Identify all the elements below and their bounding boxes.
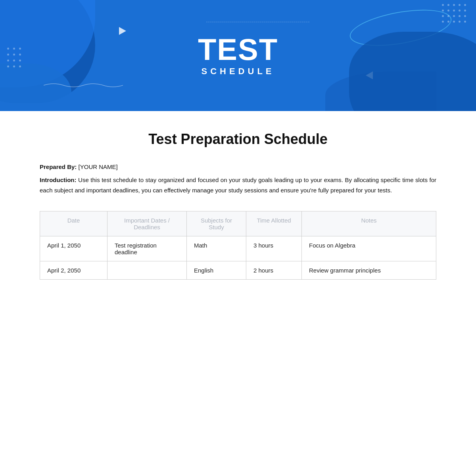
col-header-date: Date — [40, 211, 107, 236]
table-cell-row1-col0: April 2, 2050 — [40, 261, 107, 280]
table-cell-row1-col1 — [107, 261, 187, 280]
col-header-notes: Notes — [302, 211, 436, 236]
table-cell-row0-col0: April 1, 2050 — [40, 236, 107, 261]
triangle-decoration-left — [366, 71, 373, 79]
header-title-main: TEST — [198, 35, 278, 65]
table-cell-row1-col2: English — [187, 261, 246, 280]
table-body: April 1, 2050Test registration deadlineM… — [40, 236, 436, 280]
col-header-time: Time Allotted — [246, 211, 302, 236]
main-content: Test Preparation Schedule Prepared By: [… — [0, 111, 476, 303]
header-title-sub: SCHEDULE — [198, 66, 278, 77]
dashed-line-decoration — [206, 22, 309, 22]
page-title: Test Preparation Schedule — [40, 131, 436, 148]
header-title-container: TEST SCHEDULE — [198, 35, 278, 77]
table-row: April 2, 2050English2 hoursReview gramma… — [40, 261, 436, 280]
table-cell-row0-col1: Test registration deadline — [107, 236, 187, 261]
triangle-decoration-right — [119, 27, 126, 35]
wavy-line-decoration — [44, 81, 123, 89]
prepared-by-label: Prepared By: — [40, 163, 77, 170]
schedule-table: Date Important Dates / Deadlines Subject… — [40, 211, 436, 280]
intro-text-body: Use this test schedule to stay organized… — [40, 177, 436, 194]
dots-decoration-left — [7, 48, 23, 69]
prepared-by-value: [YOUR NAME] — [77, 163, 117, 170]
table-header-row: Date Important Dates / Deadlines Subject… — [40, 211, 436, 236]
page-header: TEST SCHEDULE — [0, 0, 476, 111]
col-header-deadlines: Important Dates / Deadlines — [107, 211, 187, 236]
table-cell-row0-col4: Focus on Algebra — [302, 236, 436, 261]
table-cell-row1-col4: Review grammar principles — [302, 261, 436, 280]
wave-decoration-br — [325, 71, 436, 111]
table-row: April 1, 2050Test registration deadlineM… — [40, 236, 436, 261]
table-cell-row1-col3: 2 hours — [246, 261, 302, 280]
intro-paragraph: Introduction: Use this test schedule to … — [40, 175, 436, 195]
intro-label: Introduction: — [40, 177, 76, 183]
prepared-by-line: Prepared By: [YOUR NAME] — [40, 163, 436, 170]
dots-decoration-tr — [442, 4, 468, 25]
table-cell-row0-col3: 3 hours — [246, 236, 302, 261]
col-header-subjects: Subjects for Study — [187, 211, 246, 236]
table-cell-row0-col2: Math — [187, 236, 246, 261]
wave-decoration-cyan — [347, 3, 454, 52]
